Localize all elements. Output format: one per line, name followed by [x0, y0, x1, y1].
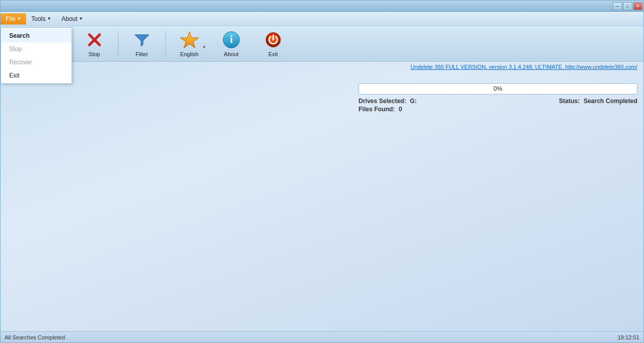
english-button[interactable]: English ▼: [169, 29, 210, 59]
minimize-button[interactable]: ─: [613, 2, 622, 10]
about-icon: i: [222, 31, 241, 49]
dropdown-exit[interactable]: Exit: [1, 69, 71, 82]
english-dropdown-arrow: ▼: [202, 45, 206, 50]
status-row: Drives Selected: G: Status: Search Compl…: [359, 96, 637, 106]
svg-text:i: i: [230, 34, 233, 45]
stop-button[interactable]: Stop: [74, 29, 115, 59]
file-menu-arrow: ▼: [17, 16, 21, 21]
restore-button[interactable]: □: [623, 2, 632, 10]
tools-menu[interactable]: Tools ▼: [26, 13, 56, 24]
progress-percent: 0%: [493, 85, 502, 92]
english-icon: [180, 31, 199, 49]
status-bar-message: All Searches Completed: [5, 334, 65, 340]
status-label: Status:: [559, 97, 580, 105]
stop-icon: [85, 31, 104, 49]
drives-info: Drives Selected: G:: [359, 97, 417, 105]
toolbar-separator-2: [165, 31, 166, 57]
dropdown-search[interactable]: Search: [1, 29, 71, 42]
file-menu-label: File: [6, 15, 15, 22]
main-window: ─ □ ✕ File ▼ Search Stop Recover Exit To…: [0, 0, 644, 343]
drives-value: G:: [410, 97, 417, 105]
title-bar-controls: ─ □ ✕: [613, 2, 642, 10]
files-found-row: Files Found: 0: [359, 106, 637, 113]
main-content: Undelete 360 FULL VERSION, version 3.1.4…: [1, 62, 643, 342]
files-found-value: 0: [399, 106, 402, 113]
exit-button[interactable]: Exit: [253, 29, 294, 59]
status-value: Search Completed: [584, 97, 637, 105]
filter-label: Filter: [135, 51, 148, 57]
tools-menu-arrow: ▼: [47, 16, 51, 21]
close-button[interactable]: ✕: [633, 2, 642, 10]
file-dropdown: Search Stop Recover Exit: [1, 28, 72, 84]
exit-label: Exit: [269, 51, 278, 57]
about-button[interactable]: i About: [211, 29, 252, 59]
tools-menu-label: Tools: [31, 15, 45, 22]
exit-icon: [264, 31, 282, 49]
right-panel: 0% Drives Selected: G: Status: Search Co…: [352, 79, 643, 117]
title-bar: ─ □ ✕: [1, 1, 643, 12]
progress-bar: 0%: [359, 83, 637, 94]
english-label: English: [180, 51, 199, 57]
status-bar: All Searches Completed 19:12:51: [1, 331, 643, 342]
filter-button[interactable]: Filter: [122, 29, 162, 59]
about-menu[interactable]: About ▼: [56, 13, 88, 24]
about-menu-arrow: ▼: [79, 16, 83, 21]
menu-bar: File ▼ Search Stop Recover Exit Tools ▼ …: [1, 12, 643, 26]
about-label: About: [224, 51, 238, 57]
filter-icon: [133, 31, 151, 49]
toolbar-separator-1: [118, 31, 118, 57]
dropdown-stop: Stop: [1, 42, 71, 56]
status-info: Status: Search Completed: [559, 97, 637, 105]
drives-label: Drives Selected:: [359, 97, 406, 105]
dropdown-recover: Recover: [1, 56, 71, 69]
svg-marker-3: [180, 32, 199, 48]
toolbar: Wipe Files Recover: [1, 26, 643, 62]
stop-label: Stop: [88, 51, 100, 57]
status-bar-time: 19:12:51: [617, 334, 639, 340]
version-link[interactable]: Undelete 360 FULL VERSION, version 3.1.4…: [411, 64, 637, 70]
file-menu[interactable]: File ▼ Search Stop Recover Exit: [1, 13, 26, 24]
files-found-label: Files Found:: [359, 106, 395, 113]
about-menu-label: About: [61, 15, 77, 22]
